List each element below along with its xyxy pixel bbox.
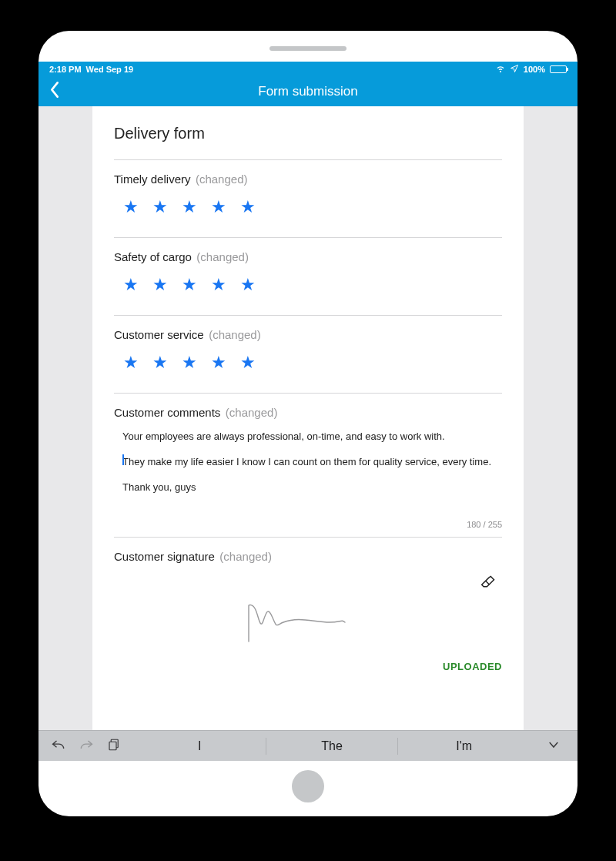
signature-stroke [245, 599, 368, 645]
divider [114, 393, 502, 394]
changed-badge: (changed) [209, 328, 261, 341]
upload-status: UPLOADED [114, 661, 502, 672]
location-icon [510, 64, 519, 75]
status-bar: 2:18 PM Wed Sep 19 100% [38, 62, 578, 77]
home-button[interactable] [292, 770, 324, 802]
star-icon[interactable]: ★ [123, 275, 139, 295]
form-area[interactable]: Delivery form Timely delivery (changed) … [38, 106, 578, 730]
comment-line: Your employees are always professional, … [122, 430, 494, 444]
star-rating-service[interactable]: ★ ★ ★ ★ ★ [123, 353, 502, 373]
wifi-icon [496, 64, 505, 75]
comment-line: They make my life easier I know I can co… [122, 455, 494, 470]
form-card: Delivery form Timely delivery (changed) … [92, 106, 524, 730]
field-comments: Customer comments (changed) Your employe… [114, 406, 502, 529]
kb-suggestion[interactable]: The [266, 738, 398, 755]
tablet-speaker [270, 46, 346, 51]
back-button[interactable] [49, 82, 60, 102]
star-icon[interactable]: ★ [152, 197, 168, 217]
field-safety: Safety of cargo (changed) ★ ★ ★ ★ ★ [114, 250, 502, 307]
divider [114, 315, 502, 316]
field-signature: Customer signature (changed) UPLOADED [114, 550, 502, 672]
signature-pad[interactable] [114, 568, 502, 661]
star-icon[interactable]: ★ [123, 197, 139, 217]
status-time: 2:18 PM [49, 65, 82, 74]
star-icon[interactable]: ★ [182, 275, 197, 295]
field-label: Safety of cargo [114, 250, 192, 263]
redo-icon [79, 738, 94, 755]
star-icon[interactable]: ★ [240, 275, 256, 295]
star-icon[interactable]: ★ [182, 197, 197, 217]
form-title: Delivery form [114, 125, 502, 142]
star-icon[interactable]: ★ [211, 197, 226, 217]
star-icon[interactable]: ★ [182, 353, 197, 373]
svg-rect-1 [109, 742, 116, 750]
changed-badge: (changed) [219, 550, 272, 563]
field-label: Customer comments [114, 406, 220, 419]
status-date: Wed Sep 19 [86, 65, 134, 74]
changed-badge: (changed) [196, 250, 249, 263]
undo-icon[interactable] [51, 738, 66, 755]
star-rating-safety[interactable]: ★ ★ ★ ★ ★ [123, 275, 502, 295]
star-icon[interactable]: ★ [152, 275, 168, 295]
star-icon[interactable]: ★ [240, 353, 256, 373]
changed-badge: (changed) [196, 173, 248, 186]
app-header: Form submission [38, 77, 578, 106]
star-icon[interactable]: ★ [211, 275, 226, 295]
comment-line: Thank you, guys [122, 481, 494, 495]
comments-textarea[interactable]: Your employees are always professional, … [114, 423, 502, 523]
eraser-icon[interactable] [480, 575, 496, 593]
kb-suggestion[interactable]: I [134, 738, 266, 755]
keyboard-suggestion-bar: I The I'm [38, 730, 578, 761]
clipboard-icon[interactable] [106, 738, 122, 755]
header-title: Form submission [258, 84, 357, 99]
changed-badge: (changed) [226, 406, 278, 419]
field-label: Customer signature [114, 550, 215, 563]
star-rating-timely[interactable]: ★ ★ ★ ★ ★ [123, 197, 502, 217]
divider [114, 537, 502, 538]
star-icon[interactable]: ★ [152, 353, 168, 373]
field-service: Customer service (changed) ★ ★ ★ ★ ★ [114, 328, 502, 385]
field-timely: Timely delivery (changed) ★ ★ ★ ★ ★ [114, 173, 502, 229]
divider [114, 159, 502, 160]
text-caret [122, 454, 124, 465]
star-icon[interactable]: ★ [211, 353, 226, 373]
divider [114, 237, 502, 238]
hide-keyboard-icon[interactable] [530, 738, 578, 755]
tablet-frame: 2:18 PM Wed Sep 19 100% Form submission … [38, 31, 578, 816]
battery-icon [550, 65, 567, 73]
battery-pct: 100% [524, 65, 545, 74]
field-label: Customer service [114, 328, 204, 341]
field-label: Timely delivery [114, 173, 190, 186]
star-icon[interactable]: ★ [123, 353, 139, 373]
kb-suggestion[interactable]: I'm [397, 738, 530, 755]
star-icon[interactable]: ★ [240, 197, 256, 217]
